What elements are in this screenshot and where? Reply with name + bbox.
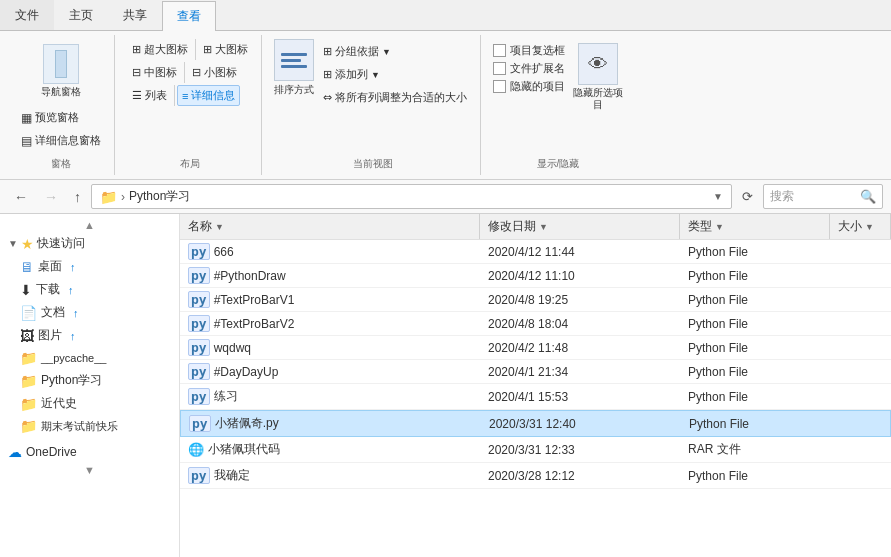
file-date-cell: 2020/4/8 18:04 bbox=[480, 315, 680, 333]
col-header-name[interactable]: 名称 ▼ bbox=[180, 214, 480, 239]
col-name-label: 名称 bbox=[188, 218, 212, 235]
forward-button[interactable]: → bbox=[38, 186, 64, 208]
col-date-sort: ▼ bbox=[539, 222, 548, 232]
col-size-label: 大小 bbox=[838, 218, 862, 235]
sidebar-item-modern-history[interactable]: 📁 近代史 bbox=[0, 392, 179, 415]
item-checkbox[interactable] bbox=[493, 44, 506, 57]
sidebar-item-python-study[interactable]: 📁 Python学习 bbox=[0, 369, 179, 392]
file-icon: py bbox=[188, 468, 210, 483]
table-row[interactable]: py #TextProBarV1 2020/4/8 19:25 Python F… bbox=[180, 288, 891, 312]
file-size-cell bbox=[830, 395, 891, 399]
address-bar: ← → ↑ 📁 › Python学习 ▼ ⟳ 搜索 🔍 bbox=[0, 180, 891, 214]
ribbon-group-layout: ⊞ 超大图标 ⊞ 大图标 ⊟ 中图标 ⊟ bbox=[119, 35, 262, 175]
file-type-cell: Python File bbox=[680, 467, 830, 485]
col-type-label: 类型 bbox=[688, 218, 712, 235]
sidebar-item-desktop[interactable]: 🖥 桌面 ↑ bbox=[0, 255, 179, 278]
file-type-cell: RAR 文件 bbox=[680, 439, 830, 460]
docs-label: 文档 bbox=[41, 304, 65, 321]
onedrive-item[interactable]: ☁ OneDrive bbox=[0, 441, 179, 463]
nav-pane-label: 导航窗格 bbox=[41, 86, 81, 98]
sort-by-button[interactable] bbox=[274, 39, 314, 81]
item-checkbox-row: 项目复选框 bbox=[493, 43, 565, 58]
preview-pane-button[interactable]: ▦ 预览窗格 bbox=[16, 107, 106, 128]
up-button[interactable]: ↑ bbox=[68, 186, 87, 208]
sidebar-item-pics[interactable]: 🖼 图片 ↑ bbox=[0, 324, 179, 347]
col-header-size[interactable]: 大小 ▼ bbox=[830, 214, 891, 239]
file-name: #PythonDraw bbox=[214, 269, 286, 283]
file-list-header: 名称 ▼ 修改日期 ▼ 类型 ▼ 大小 ▼ bbox=[180, 214, 891, 240]
medium-icon-button[interactable]: ⊟ 中图标 bbox=[127, 62, 182, 83]
search-box[interactable]: 搜索 🔍 bbox=[763, 184, 883, 209]
large-icon-button[interactable]: ⊞ 大图标 bbox=[198, 39, 253, 60]
sort-by-label: 排序方式 bbox=[274, 83, 314, 97]
tab-file[interactable]: 文件 bbox=[0, 0, 54, 30]
ribbon: 文件 主页 共享 查看 导航窗格 ▦ 预览窗格 bbox=[0, 0, 891, 180]
quick-access-chevron: ▼ bbox=[8, 238, 18, 249]
list-view-button[interactable]: ☰ 列表 bbox=[127, 85, 172, 106]
hidden-items-row: 隐藏的项目 bbox=[493, 79, 565, 94]
file-type-cell: Python File bbox=[681, 415, 831, 433]
quick-access-header[interactable]: ▼ ★ 快速访问 bbox=[0, 232, 179, 255]
show-hide-group-label: 显示/隐藏 bbox=[537, 153, 580, 171]
table-row[interactable]: py #DayDayUp 2020/4/1 21:34 Python File bbox=[180, 360, 891, 384]
file-date-cell: 2020/4/1 15:53 bbox=[480, 388, 680, 406]
table-row[interactable]: py #PythonDraw 2020/4/12 11:10 Python Fi… bbox=[180, 264, 891, 288]
table-row[interactable]: py 我确定 2020/3/28 12:12 Python File bbox=[180, 463, 891, 489]
pycache-label: __pycache__ bbox=[41, 352, 106, 364]
table-row[interactable]: py 666 2020/4/12 11:44 Python File bbox=[180, 240, 891, 264]
table-row[interactable]: 🌐 小猪佩琪代码 2020/3/31 12:33 RAR 文件 bbox=[180, 437, 891, 463]
ribbon-content: 导航窗格 ▦ 预览窗格 ▤ 详细信息窗格 窗格 ⊞ bbox=[0, 31, 891, 179]
table-row[interactable]: py 练习 2020/4/1 15:53 Python File bbox=[180, 384, 891, 410]
small-icon-button[interactable]: ⊟ 小图标 bbox=[187, 62, 242, 83]
file-name-cell: py 666 bbox=[180, 242, 480, 261]
address-dropdown-button[interactable]: ▼ bbox=[713, 191, 723, 202]
file-name-cell: py #TextProBarV2 bbox=[180, 314, 480, 333]
file-size-cell bbox=[830, 298, 891, 302]
tab-share[interactable]: 共享 bbox=[108, 0, 162, 30]
file-type-cell: Python File bbox=[680, 388, 830, 406]
pics-label: 图片 bbox=[38, 327, 62, 344]
file-name-cell: py 我确定 bbox=[180, 465, 480, 486]
col-type-sort: ▼ bbox=[715, 222, 724, 232]
file-date-cell: 2020/4/12 11:10 bbox=[480, 267, 680, 285]
sidebar-item-exam-prep[interactable]: 📁 期末考试前快乐 bbox=[0, 415, 179, 437]
sidebar-scroll-down[interactable]: ▼ bbox=[0, 463, 179, 477]
nav-pane-button[interactable]: 导航窗格 bbox=[34, 39, 88, 103]
col-size-sort: ▼ bbox=[865, 222, 874, 232]
exam-prep-folder-icon: 📁 bbox=[20, 418, 37, 434]
file-size-cell bbox=[830, 474, 891, 478]
file-name: #TextProBarV2 bbox=[214, 317, 295, 331]
sidebar-item-pycache[interactable]: 📁 __pycache__ bbox=[0, 347, 179, 369]
file-date-cell: 2020/3/31 12:33 bbox=[480, 441, 680, 459]
extra-large-icon-button[interactable]: ⊞ 超大图标 bbox=[127, 39, 193, 60]
sidebar-scroll-up[interactable]: ▲ bbox=[0, 218, 179, 232]
fit-col-button[interactable]: ⇔ 将所有列调整为合适的大小 bbox=[318, 87, 472, 108]
add-col-button[interactable]: ⊞ 添加列 ▼ bbox=[318, 64, 472, 85]
refresh-button[interactable]: ⟳ bbox=[736, 186, 759, 207]
table-row[interactable]: py wqdwq 2020/4/2 11:48 Python File bbox=[180, 336, 891, 360]
file-name: 小猪佩琪代码 bbox=[208, 441, 280, 458]
file-icon: py bbox=[188, 364, 210, 379]
detail-pane-button[interactable]: ▤ 详细信息窗格 bbox=[16, 130, 106, 151]
table-row[interactable]: py #TextProBarV2 2020/4/8 18:04 Python F… bbox=[180, 312, 891, 336]
back-button[interactable]: ← bbox=[8, 186, 34, 208]
hide-selected-button[interactable]: 👁 bbox=[578, 43, 618, 85]
exam-prep-label: 期末考试前快乐 bbox=[41, 419, 118, 434]
col-header-date[interactable]: 修改日期 ▼ bbox=[480, 214, 680, 239]
group-by-button[interactable]: ⊞ 分组依据 ▼ bbox=[318, 41, 472, 62]
quick-access-label: 快速访问 bbox=[37, 235, 85, 252]
tab-home[interactable]: 主页 bbox=[54, 0, 108, 30]
sidebar-item-download[interactable]: ⬇ 下载 ↑ bbox=[0, 278, 179, 301]
detail-view-button[interactable]: ≡ 详细信息 bbox=[177, 85, 240, 106]
ribbon-group-show-hide: 项目复选框 文件扩展名 隐藏的项目 👁 隐藏所选项目 bbox=[485, 35, 631, 175]
address-folder-icon: 📁 bbox=[100, 189, 117, 205]
address-input[interactable]: 📁 › Python学习 ▼ bbox=[91, 184, 732, 209]
file-ext-checkbox[interactable] bbox=[493, 62, 506, 75]
file-date-cell: 2020/3/31 12:40 bbox=[481, 415, 681, 433]
tab-view[interactable]: 查看 bbox=[162, 1, 216, 31]
table-row[interactable]: py 小猪佩奇.py 2020/3/31 12:40 Python File bbox=[180, 410, 891, 437]
hidden-items-checkbox[interactable] bbox=[493, 80, 506, 93]
pane-group-label: 窗格 bbox=[51, 153, 71, 171]
col-header-type[interactable]: 类型 ▼ bbox=[680, 214, 830, 239]
sidebar-item-docs[interactable]: 📄 文档 ↑ bbox=[0, 301, 179, 324]
